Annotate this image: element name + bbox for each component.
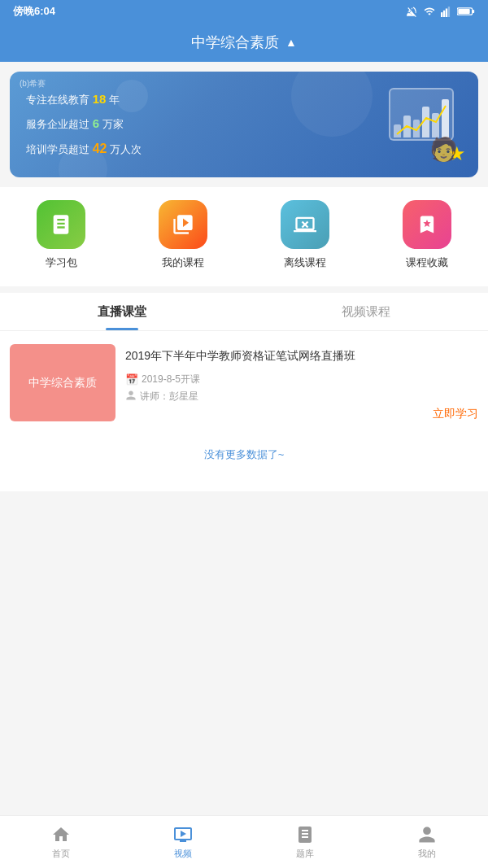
no-more-text: 没有更多数据了~ xyxy=(10,431,478,478)
mute-icon xyxy=(407,6,418,17)
nav-label-questions: 题库 xyxy=(296,848,314,860)
tabs-header: 直播课堂 视频课程 xyxy=(0,293,488,331)
header-arrow-icon: ▲ xyxy=(285,36,297,49)
menu-item-my-course[interactable]: 我的课程 xyxy=(159,200,207,270)
svg-rect-3 xyxy=(448,7,450,17)
nav-item-questions[interactable]: 题库 xyxy=(244,816,366,868)
menu-label-study-package: 学习包 xyxy=(46,255,77,270)
wifi-icon xyxy=(423,6,436,17)
user-nav-icon xyxy=(417,825,437,844)
svg-rect-5 xyxy=(473,10,474,13)
svg-rect-0 xyxy=(441,12,442,17)
signal-icon xyxy=(441,6,452,17)
chart-bar-6 xyxy=(442,99,449,137)
status-icons xyxy=(407,6,475,17)
chart-container: ★ 🧑 xyxy=(389,88,462,161)
course-thumbnail: 中学综合素质 xyxy=(10,344,115,421)
chart-bar-4 xyxy=(422,107,429,138)
tab-live[interactable]: 直播课堂 xyxy=(0,293,244,330)
banner-line-3: 培训学员超过 42 万人次 xyxy=(26,136,142,162)
banner-line2-prefix: 服务企业超过 xyxy=(26,118,93,130)
video-icon xyxy=(172,213,194,236)
offline-course-icon xyxy=(281,200,329,249)
quick-menu: 学习包 我的课程 离线课程 xyxy=(0,187,488,286)
chart-bar-5 xyxy=(432,113,439,137)
study-now-button[interactable]: 立即学习 xyxy=(433,407,478,421)
menu-item-offline-course[interactable]: 离线课程 xyxy=(281,200,329,270)
banner-line3-suffix: 万人次 xyxy=(107,143,142,155)
video-nav-icon xyxy=(173,825,193,844)
course-list: 中学综合素质 2019年下半年中学教师资格证笔试网络直播班 📅 2019-8-5… xyxy=(0,331,488,491)
chart-bar-2 xyxy=(403,116,411,138)
bottom-nav: 首页 视频 题库 我的 xyxy=(0,815,488,868)
banner-highlight-3: 42 xyxy=(93,142,107,155)
battery-icon xyxy=(457,7,475,16)
book-nav-icon xyxy=(295,825,315,844)
banner-line3-prefix: 培训学员超过 xyxy=(26,143,93,155)
status-time: 傍晚6:04 xyxy=(13,4,55,19)
table-row: 中学综合素质 2019年下半年中学教师资格证笔试网络直播班 📅 2019-8-5… xyxy=(10,344,478,421)
page-wrapper: 傍晚6:04 中学综合素质 ▲ xyxy=(0,0,488,544)
chart-bar-3 xyxy=(413,120,420,137)
banner-highlight-1: 18 xyxy=(93,92,107,106)
banner-line-1: 专注在线教育 18 年 xyxy=(26,87,142,111)
banner-line1-suffix: 年 xyxy=(106,94,120,106)
svg-rect-1 xyxy=(443,11,445,17)
svg-rect-6 xyxy=(458,9,469,14)
status-bar: 傍晚6:04 xyxy=(0,0,488,23)
menu-label-my-course: 我的课程 xyxy=(162,255,204,270)
banner-line2-suffix: 万家 xyxy=(99,118,124,130)
course-start-date: 📅 2019-8-5开课 xyxy=(125,373,478,386)
menu-label-offline-course: 离线课程 xyxy=(284,255,326,270)
favorites-icon xyxy=(403,200,451,249)
study-package-icon xyxy=(37,200,85,249)
menu-label-favorites: 课程收藏 xyxy=(406,255,448,270)
nav-label-mine: 我的 xyxy=(418,848,436,860)
tabs-section: 直播课堂 视频课程 中学综合素质 2019年下半年中学教师资格证笔试网络直播班 … xyxy=(0,293,488,491)
nav-item-video[interactable]: 视频 xyxy=(122,816,244,868)
tab-video[interactable]: 视频课程 xyxy=(244,293,488,330)
calendar-icon: 📅 xyxy=(125,373,138,386)
nav-item-home[interactable]: 首页 xyxy=(0,816,122,868)
chart-bar-1 xyxy=(394,124,401,138)
course-info: 2019年下半年中学教师资格证笔试网络直播班 📅 2019-8-5开课 讲师：彭… xyxy=(125,344,478,421)
monitor-x-icon xyxy=(294,213,316,236)
book-icon xyxy=(50,213,72,236)
banner-highlight-2: 6 xyxy=(93,116,99,130)
page-header: 中学综合素质 ▲ xyxy=(0,23,488,62)
deco-circle-1 xyxy=(291,72,373,137)
nav-item-mine[interactable]: 我的 xyxy=(366,816,488,868)
home-icon xyxy=(51,825,71,844)
nav-label-home: 首页 xyxy=(52,848,70,860)
person-icon: 🧑 xyxy=(429,136,458,163)
svg-rect-2 xyxy=(446,9,447,18)
banner: (b)希赛 专注在线教育 18 年 服务企业超过 6 万家 培训学员超过 42 … xyxy=(10,72,478,177)
page-title: 中学综合素质 xyxy=(191,33,279,52)
person-silhouette-icon xyxy=(125,390,137,403)
my-course-icon xyxy=(159,200,207,249)
banner-line1-prefix: 专注在线教育 xyxy=(26,94,93,106)
nav-label-video: 视频 xyxy=(174,848,192,860)
course-teacher: 讲师：彭星星 xyxy=(125,390,478,403)
banner-illustration: ★ 🧑 xyxy=(389,88,462,161)
menu-item-favorites[interactable]: 课程收藏 xyxy=(403,200,451,270)
banner-text: 专注在线教育 18 年 服务企业超过 6 万家 培训学员超过 42 万人次 xyxy=(26,87,142,162)
menu-item-study-package[interactable]: 学习包 xyxy=(37,200,85,270)
course-title: 2019年下半年中学教师资格证笔试网络直播班 xyxy=(125,347,478,364)
chart-screen xyxy=(389,88,454,141)
banner-line-2: 服务企业超过 6 万家 xyxy=(26,111,142,136)
bookmark-star-icon xyxy=(416,213,438,236)
